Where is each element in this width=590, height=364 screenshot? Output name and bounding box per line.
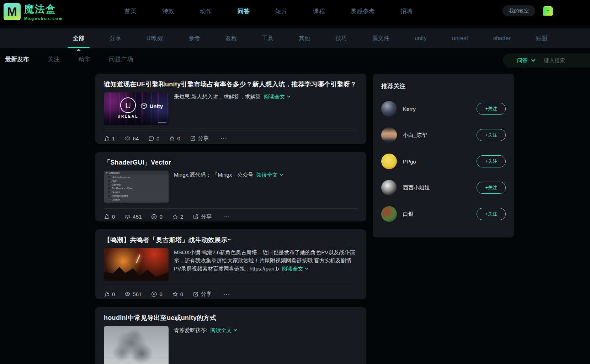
user-row: 小白_陈华 +关注: [381, 127, 506, 143]
foldout-triangle-icon: [106, 172, 108, 174]
star-icon: [169, 135, 175, 141]
avatar[interactable]: [381, 180, 397, 196]
avatar[interactable]: [381, 127, 397, 143]
top-header: M 魔法盒 Magesbox.com 首页 特效 动作 问答 短片 课程 灵感参…: [0, 0, 590, 25]
filter-following[interactable]: 关注: [48, 55, 60, 63]
like-button[interactable]: 0: [104, 214, 115, 220]
user-name[interactable]: 小白_陈华: [403, 132, 427, 139]
user-name[interactable]: 白银: [403, 211, 414, 218]
read-more-link[interactable]: 阅读全文: [264, 93, 291, 100]
more-options-button[interactable]: ···: [223, 214, 230, 220]
filter-question-plaza[interactable]: 问题广场: [109, 55, 133, 63]
chevron-down-icon[interactable]: [531, 59, 536, 62]
unity-inspector-thumbnail[interactable]: Attributes Hide In Inspector HDR Gamma P…: [104, 171, 169, 203]
active-tab-underline: [68, 47, 90, 48]
post-title[interactable]: 【鸣潮】共鸣者「奥古斯塔」战斗动效展示~: [104, 236, 358, 244]
post-title[interactable]: 「ShaderGUI」Vector: [104, 158, 358, 167]
logo-title: 魔法盒: [24, 2, 63, 16]
category-tab-tutorial[interactable]: 教程: [225, 28, 237, 48]
favorite-button[interactable]: 2: [172, 214, 183, 220]
user-name[interactable]: 西西小姐姐: [403, 184, 430, 191]
category-tab-share[interactable]: 分享: [110, 28, 121, 48]
upload-arrow-icon: ↑: [543, 7, 553, 16]
panel-title: 推荐关注: [381, 82, 506, 90]
nav-item-qa[interactable]: 问答: [238, 7, 250, 15]
comment-button[interactable]: 0: [148, 135, 159, 141]
share-icon: [193, 291, 199, 297]
logo-subtitle: Magesbox.com: [24, 16, 63, 21]
comment-button[interactable]: 0: [151, 291, 162, 297]
chevron-down-icon: [233, 329, 238, 332]
post-excerpt: Mingx:源代码： 「Mingx」公众号 阅读全文: [174, 171, 283, 203]
thumbs-up-icon: [104, 291, 110, 297]
site-logo[interactable]: M 魔法盒 Magesbox.com: [4, 2, 63, 21]
share-button[interactable]: 分享: [193, 291, 212, 298]
category-tab-ui-motion[interactable]: UI动效: [146, 28, 163, 48]
nav-item-courses[interactable]: 课程: [313, 7, 325, 15]
category-tab-textures[interactable]: 贴图: [536, 28, 547, 48]
like-button[interactable]: 1: [104, 135, 115, 141]
share-button[interactable]: 分享: [193, 213, 212, 220]
user-row: PPgo +关注: [381, 154, 506, 169]
search-scope-dropdown[interactable]: 问答: [517, 57, 528, 64]
filter-featured[interactable]: 精华: [78, 55, 90, 63]
my-classroom-button[interactable]: 我的教室: [503, 5, 535, 16]
nav-item-motion[interactable]: 动作: [200, 7, 212, 15]
follow-button[interactable]: +关注: [477, 155, 506, 167]
post-title[interactable]: houdini中常见导出至ue或unity的方式: [104, 314, 358, 322]
avatar[interactable]: [381, 101, 397, 117]
read-more-link[interactable]: 阅读全文: [211, 327, 238, 333]
follow-button[interactable]: +关注: [477, 208, 506, 220]
upload-icon[interactable]: ↑: [543, 6, 553, 16]
ue-vs-unity-thumbnail[interactable]: U URLEAL Unity: [104, 92, 169, 125]
category-bar: 全部 分享 UI动效 参考 教程 工具 其他 技巧 源文件 unity unre…: [0, 28, 590, 48]
post-stats: 0 561 0 0 分享 ···: [104, 286, 358, 302]
post-title[interactable]: 谁知道现在UE引擎和unity引擎市场占有率各多少？新人想入坑，推荐学习哪个引擎…: [104, 80, 358, 89]
category-tab-reference[interactable]: 参考: [189, 28, 200, 48]
avatar[interactable]: [381, 154, 397, 169]
category-tab-all[interactable]: 全部: [73, 28, 84, 48]
filter-row: 最新发布 关注 精华 问题广场: [0, 53, 590, 65]
post-card: 【鸣潮】共鸣者「奥古斯塔」战斗动效展示~ MBOX小编:鸣潮2.6新角色奥古斯塔…: [95, 229, 366, 299]
like-button[interactable]: 0: [104, 291, 115, 297]
read-more-link[interactable]: 阅读全文: [282, 266, 309, 272]
search-input[interactable]: 键入搜索: [544, 57, 565, 64]
follow-button[interactable]: +关注: [477, 103, 506, 115]
post-card: 谁知道现在UE引擎和unity引擎市场占有率各多少？新人想入坑，推荐学习哪个引擎…: [95, 74, 366, 144]
more-options-button[interactable]: ···: [223, 291, 230, 298]
follow-button[interactable]: +关注: [477, 129, 506, 141]
user-name[interactable]: PPgo: [403, 159, 416, 165]
search-bar[interactable]: 问答 键入搜索: [503, 53, 590, 68]
avatar[interactable]: [381, 206, 397, 222]
nav-item-jobs[interactable]: 招聘: [400, 7, 413, 15]
category-tab-tools[interactable]: 工具: [262, 28, 273, 48]
category-tab-other[interactable]: 其他: [299, 28, 310, 48]
category-tab-unreal[interactable]: unreal: [452, 28, 468, 48]
share-button[interactable]: 分享: [190, 135, 209, 142]
add-remove-buttons: +−: [161, 203, 167, 204]
favorite-button[interactable]: 0: [172, 291, 183, 297]
follow-button[interactable]: +关注: [477, 182, 506, 194]
category-tab-source-files[interactable]: 源文件: [372, 28, 389, 48]
chevron-down-icon: [279, 173, 283, 176]
post-card: houdini中常见导出至ue或unity的方式 青苏爱吃茯苓: 阅读全文: [95, 307, 366, 364]
wuthering-waves-thumbnail[interactable]: [104, 248, 169, 281]
nav-item-shorts[interactable]: 短片: [275, 7, 287, 15]
more-options-button[interactable]: ···: [220, 135, 227, 142]
filter-latest[interactable]: 最新发布: [5, 55, 29, 63]
nav-item-inspiration[interactable]: 灵感参考: [351, 7, 375, 15]
category-tab-shader[interactable]: shader: [493, 28, 511, 48]
category-tab-unity[interactable]: unity: [415, 28, 427, 48]
main-nav: 首页 特效 动作 问答 短片 课程 灵感参考 招聘: [124, 0, 413, 22]
category-tab-tips[interactable]: 技巧: [336, 28, 347, 48]
nav-item-home[interactable]: 首页: [124, 7, 137, 15]
star-icon: [172, 214, 178, 220]
nav-item-effects[interactable]: 特效: [162, 7, 174, 15]
favorite-button[interactable]: 0: [169, 135, 180, 141]
post-card: 「ShaderGUI」Vector Attributes Hide In Ins…: [95, 152, 366, 221]
houdini-geometry-thumbnail[interactable]: [104, 326, 169, 364]
read-more-link[interactable]: 阅读全文: [256, 172, 283, 178]
chevron-down-icon: [304, 267, 309, 270]
comment-button[interactable]: 0: [151, 214, 162, 220]
user-name[interactable]: Kerry: [403, 106, 416, 112]
